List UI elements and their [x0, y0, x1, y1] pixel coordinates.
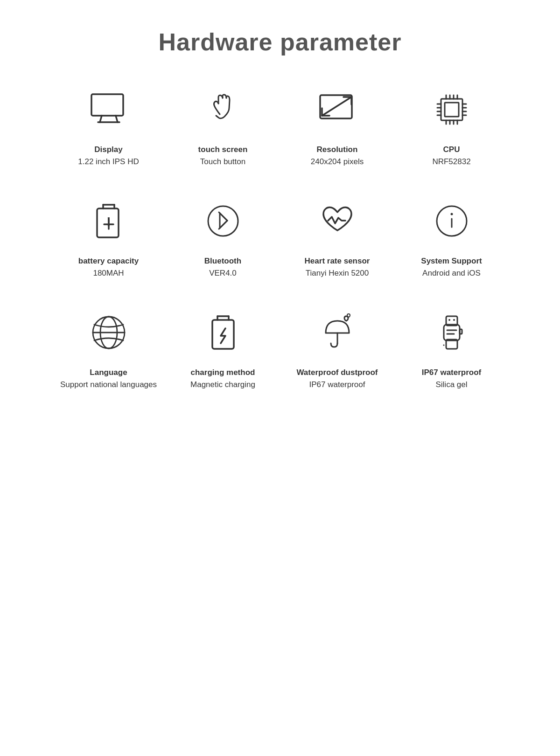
item-silica-gel: IP67 waterproof Silica gel — [399, 307, 504, 390]
system-label: System Support Android and iOS — [421, 255, 482, 279]
svg-point-51 — [453, 319, 455, 321]
waterproof-label: Waterproof dustproof IP67 waterproof — [296, 367, 378, 390]
item-resolution: Resolution 240x204 pixels — [285, 84, 390, 167]
svg-point-38 — [450, 213, 453, 215]
battery-icon: ! — [83, 195, 134, 247]
svg-rect-55 — [460, 329, 462, 334]
touch-icon — [197, 84, 249, 135]
display-icon — [83, 84, 134, 135]
language-icon — [83, 307, 134, 358]
system-icon — [426, 195, 477, 247]
svg-rect-0 — [91, 94, 123, 116]
item-system: System Support Android and iOS — [399, 195, 504, 279]
item-heart-rate: Heart rate sensor Tianyi Hexin 5200 — [285, 195, 390, 279]
item-touch: touch screen Touch button — [170, 84, 275, 167]
item-charging: charging method Magnetic charging — [170, 307, 275, 390]
svg-rect-47 — [444, 325, 460, 340]
item-cpu: CPU NRF52832 — [399, 84, 504, 167]
waterproof-icon — [312, 307, 363, 358]
item-language: Language Support national languages — [56, 307, 161, 390]
item-display: Display 1.22 inch IPS HD — [56, 84, 161, 167]
item-waterproof: Waterproof dustproof IP67 waterproof — [285, 307, 390, 390]
item-battery: ! battery capacity 180MAH — [56, 195, 161, 279]
display-label: Display 1.22 inch IPS HD — [78, 144, 139, 167]
language-label: Language Support national languages — [60, 367, 157, 390]
svg-point-32 — [208, 206, 238, 236]
svg-line-1 — [100, 116, 102, 122]
charging-icon — [197, 307, 249, 358]
cpu-icon — [426, 84, 477, 135]
bluetooth-label: Bluetooth VER4.0 — [204, 255, 241, 279]
svg-line-5 — [322, 97, 351, 116]
cpu-label: CPU NRF52832 — [432, 144, 470, 167]
silica-gel-label: IP67 waterproof Silica gel — [422, 367, 482, 390]
svg-rect-42 — [212, 320, 234, 349]
touch-label: touch screen Touch button — [198, 144, 248, 167]
svg-rect-7 — [445, 103, 459, 117]
silica-gel-icon — [426, 307, 477, 358]
battery-label: battery capacity 180MAH — [78, 255, 139, 279]
heart-rate-icon — [312, 195, 363, 247]
item-bluetooth: Bluetooth VER4.0 — [170, 195, 275, 279]
hardware-grid: Display 1.22 inch IPS HD touch screen To… — [56, 84, 504, 390]
svg-line-2 — [116, 116, 118, 122]
resolution-label: Resolution 240x204 pixels — [311, 144, 364, 167]
page-title: Hardware parameter — [159, 28, 402, 56]
heart-rate-label: Heart rate sensor Tianyi Hexin 5200 — [305, 255, 370, 279]
charging-label: charging method Magnetic charging — [190, 367, 255, 390]
svg-text:!: ! — [106, 215, 111, 229]
bluetooth-icon — [197, 195, 249, 247]
resolution-icon — [312, 84, 363, 135]
svg-point-50 — [448, 319, 450, 321]
